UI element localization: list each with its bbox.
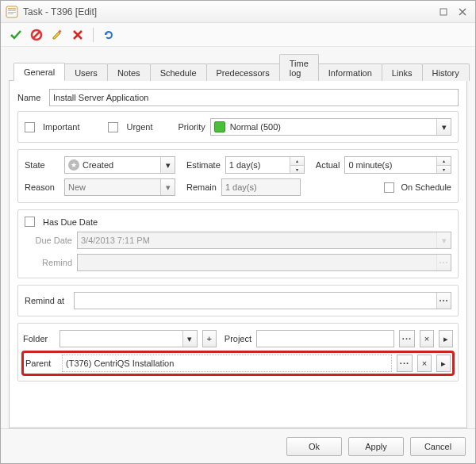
task-icon bbox=[6, 6, 18, 18]
on-schedule-label: On Schedule bbox=[401, 182, 451, 192]
chevron-down-icon[interactable]: ▾ bbox=[160, 157, 175, 173]
priority-group: Important Urgent Priority Normal (500) ▾ bbox=[17, 111, 459, 143]
estimate-spinner[interactable]: 1 day(s) ▴▾ bbox=[225, 156, 305, 174]
name-label: Name bbox=[17, 93, 44, 102]
project-label: Project bbox=[225, 334, 251, 343]
tab-information[interactable]: Information bbox=[318, 63, 382, 81]
urgent-checkbox[interactable] bbox=[108, 122, 118, 132]
tab-links[interactable]: Links bbox=[382, 63, 423, 81]
state-combo[interactable]: ★ Created ▾ bbox=[64, 156, 175, 174]
svg-line-7 bbox=[33, 32, 40, 38]
name-input[interactable] bbox=[49, 89, 459, 106]
dialog-footer: Ok Apply Cancel bbox=[1, 428, 475, 463]
svg-rect-1 bbox=[8, 8, 16, 10]
remind-at-field[interactable]: ··· bbox=[74, 292, 451, 309]
remind-at-label: Remind at bbox=[25, 296, 69, 305]
parent-go-button[interactable]: ▸ bbox=[436, 355, 451, 372]
remain-label: Remain bbox=[186, 182, 217, 192]
project-clear-button[interactable]: × bbox=[420, 330, 434, 347]
apply-button[interactable]: Apply bbox=[348, 437, 404, 456]
chevron-down-icon[interactable]: ▾ bbox=[436, 119, 451, 135]
folder-label: Folder bbox=[23, 334, 55, 343]
on-schedule-checkbox[interactable] bbox=[384, 182, 394, 193]
minimize-button[interactable] bbox=[436, 6, 451, 18]
priority-value: Normal (500) bbox=[230, 122, 281, 132]
state-label: State bbox=[25, 160, 60, 170]
toolbar-separator bbox=[93, 28, 94, 42]
content-area: General Users Notes Schedule Predecessor… bbox=[1, 47, 475, 428]
important-checkbox[interactable] bbox=[25, 122, 35, 132]
state-star-icon: ★ bbox=[68, 159, 79, 171]
remind-at-group: Remind at ··· bbox=[17, 285, 459, 316]
relations-group: Folder ▾ + Project ··· × ▸ Parent bbox=[17, 323, 459, 382]
tab-users[interactable]: Users bbox=[64, 63, 108, 81]
remind-label: Remind bbox=[25, 258, 72, 267]
has-due-date-label: Has Due Date bbox=[43, 217, 98, 227]
tab-predecessors[interactable]: Predecessors bbox=[206, 63, 280, 81]
remind-field: ··· bbox=[77, 254, 451, 271]
due-date-label: Due Date bbox=[25, 236, 72, 245]
estimate-label: Estimate bbox=[186, 160, 221, 170]
priority-label: Priority bbox=[178, 122, 205, 132]
close-button[interactable] bbox=[455, 6, 470, 18]
folder-combo[interactable]: ▾ bbox=[60, 330, 198, 347]
actual-value: 0 minute(s) bbox=[348, 160, 392, 170]
due-date-field: 3/4/2013 7:11 PM ▾ bbox=[77, 232, 451, 249]
tab-timelog[interactable]: Time log bbox=[279, 54, 319, 81]
actual-spinner[interactable]: 0 minute(s) ▴▾ bbox=[344, 156, 451, 174]
project-go-button[interactable]: ▸ bbox=[439, 330, 453, 347]
toolbar bbox=[1, 23, 475, 47]
general-panel: Name Important Urgent Priority Normal (5… bbox=[9, 81, 467, 428]
tabs-row: General Users Notes Schedule Predecessor… bbox=[9, 53, 467, 81]
chevron-down-icon[interactable]: ▾ bbox=[160, 179, 175, 195]
ellipsis-icon: ··· bbox=[436, 255, 451, 270]
parent-field[interactable]: (T376) CentriQS Installation bbox=[62, 355, 392, 372]
priority-combo[interactable]: Normal (500) ▾ bbox=[210, 118, 451, 136]
has-due-date-checkbox[interactable] bbox=[25, 217, 35, 227]
chevron-down-icon: ▾ bbox=[436, 232, 451, 248]
due-date-group: Has Due Date Due Date 3/4/2013 7:11 PM ▾… bbox=[17, 209, 459, 278]
parent-label: Parent bbox=[25, 359, 57, 368]
actual-label: Actual bbox=[316, 160, 340, 170]
tab-history[interactable]: History bbox=[422, 63, 470, 81]
accept-icon[interactable] bbox=[9, 28, 23, 42]
svg-rect-4 bbox=[8, 13, 13, 14]
actual-spin-buttons[interactable]: ▴▾ bbox=[436, 157, 451, 173]
due-date-value: 3/4/2013 7:11 PM bbox=[81, 236, 150, 245]
reason-label: Reason bbox=[25, 182, 60, 192]
chevron-down-icon[interactable]: ▾ bbox=[182, 331, 197, 347]
delete-icon[interactable] bbox=[71, 28, 85, 42]
progress-group: State ★ Created ▾ Estimate 1 day(s) ▴▾ A… bbox=[17, 149, 459, 203]
ellipsis-icon[interactable]: ··· bbox=[436, 293, 451, 309]
parent-browse-button[interactable]: ··· bbox=[397, 355, 413, 372]
urgent-label: Urgent bbox=[126, 122, 152, 132]
parent-clear-button[interactable]: × bbox=[417, 355, 432, 372]
state-value: Created bbox=[83, 160, 113, 170]
svg-rect-3 bbox=[8, 12, 16, 13]
prohibit-icon[interactable] bbox=[29, 28, 44, 42]
window-title: Task - T396 [Edit] bbox=[23, 6, 97, 17]
edit-icon[interactable] bbox=[50, 28, 64, 42]
titlebar: Task - T396 [Edit] bbox=[1, 1, 475, 23]
estimate-value: 1 day(s) bbox=[229, 160, 261, 170]
tab-notes[interactable]: Notes bbox=[107, 63, 151, 81]
project-field[interactable] bbox=[256, 330, 394, 347]
task-edit-window: Task - T396 [Edit] General U bbox=[0, 0, 476, 464]
project-browse-button[interactable]: ··· bbox=[399, 330, 415, 347]
svg-rect-5 bbox=[440, 9, 447, 15]
folder-add-button[interactable]: + bbox=[202, 330, 217, 347]
reason-combo[interactable]: New ▾ bbox=[64, 178, 175, 196]
ok-button[interactable]: Ok bbox=[286, 437, 342, 456]
reason-value: New bbox=[68, 182, 86, 192]
refresh-icon[interactable] bbox=[102, 28, 116, 42]
svg-rect-2 bbox=[8, 10, 16, 11]
remain-value: 1 day(s) bbox=[225, 182, 257, 192]
estimate-spin-buttons[interactable]: ▴▾ bbox=[290, 157, 304, 173]
tab-general[interactable]: General bbox=[13, 63, 65, 81]
parent-value: (T376) CentriQS Installation bbox=[66, 359, 174, 368]
priority-color-icon bbox=[214, 121, 225, 132]
cancel-button[interactable]: Cancel bbox=[410, 437, 466, 456]
remain-field: 1 day(s) bbox=[221, 178, 301, 196]
important-label: Important bbox=[43, 122, 79, 132]
tab-schedule[interactable]: Schedule bbox=[150, 63, 207, 81]
